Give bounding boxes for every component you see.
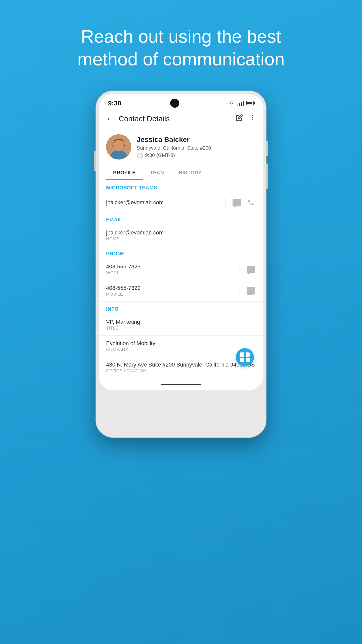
info-title-value: VP, Marketing xyxy=(106,319,256,325)
status-bar: 9:30 xyxy=(99,94,263,110)
info-header: INFO xyxy=(99,302,263,314)
phone-frame: 9:30 xyxy=(96,91,266,438)
contact-info: Jessica Baicker Sunnyvale, California, S… xyxy=(137,136,256,158)
chat-bubble-work-icon xyxy=(247,266,255,273)
tab-profile[interactable]: PROFILE xyxy=(106,165,143,180)
phone-work-row: 408-555-7329 WORK xyxy=(99,259,263,280)
phone-work-chat-button[interactable] xyxy=(246,264,256,274)
svg-point-2 xyxy=(252,119,253,120)
teams-call-button[interactable] xyxy=(246,197,256,208)
page-headline: Reach out using the best method of commu… xyxy=(77,25,285,70)
tab-history[interactable]: HISTORY xyxy=(172,165,209,180)
info-label: INFO xyxy=(106,306,119,312)
email-sublabel: HOME xyxy=(106,236,256,242)
avatar xyxy=(106,134,131,159)
info-section: INFO VP, Marketing TITLE Evolution of Mo… xyxy=(99,302,263,378)
email-row: jbaicker@evomlab.com HOME xyxy=(99,225,263,246)
info-location-value: 430 N. Mary Ave Suite #200 Sunnyvale, Ca… xyxy=(106,361,256,368)
microsoft-teams-divider xyxy=(106,193,256,193)
camera-cutout xyxy=(170,99,179,108)
phone-divider xyxy=(106,259,256,259)
chat-bubble-mobile-icon xyxy=(247,287,255,295)
side-button-left xyxy=(94,151,96,171)
phone-mobile-actions xyxy=(240,286,256,296)
phone-screen: 9:30 xyxy=(99,94,263,390)
info-company-sublabel: COMPANY xyxy=(106,347,256,352)
chat-bubble-icon xyxy=(233,199,241,206)
info-divider xyxy=(106,314,256,314)
battery-icon xyxy=(246,101,254,105)
app-header: ← Contact Details xyxy=(99,110,263,127)
headline-line2: method of communication xyxy=(77,49,285,69)
phone-call-icon xyxy=(247,199,255,206)
microsoft-teams-label: MICROSOFT TEAMS xyxy=(106,185,157,190)
status-icons xyxy=(228,100,254,106)
phone-work-value: 408-555-7329 xyxy=(106,263,240,270)
contact-details-content: MICROSOFT TEAMS jbaicker@evomlab.com xyxy=(99,180,263,378)
back-button[interactable]: ← xyxy=(106,114,114,123)
teams-row-actions xyxy=(225,197,256,208)
header-action-icons xyxy=(236,114,256,123)
teams-email-value: jbaicker@evomlab.com xyxy=(106,199,225,206)
wifi-icon xyxy=(228,100,235,106)
tab-team[interactable]: TEAM xyxy=(143,165,172,180)
more-menu-icon[interactable] xyxy=(249,114,256,123)
home-bar xyxy=(161,384,201,385)
info-company-value: Evolution of Mobility xyxy=(106,340,256,347)
email-section: EMAIL jbaicker@evomlab.com HOME xyxy=(99,212,263,246)
edit-icon[interactable] xyxy=(236,114,243,123)
signal-icon xyxy=(237,101,244,106)
teams-chat-button[interactable] xyxy=(232,197,242,208)
phone-mobile-chat-button[interactable] xyxy=(246,286,256,296)
teams-email-row: jbaicker@evomlab.com xyxy=(99,193,263,212)
phone-label: PHONE xyxy=(106,251,125,256)
side-button-volume xyxy=(266,164,268,189)
contact-name: Jessica Baicker xyxy=(137,136,256,144)
headline-line1: Reach out using the best xyxy=(81,26,281,47)
clock-icon: 🕐 xyxy=(137,152,143,158)
email-divider xyxy=(106,225,256,225)
info-location-sublabel: OFFICE LOCATION xyxy=(106,369,256,374)
phone-work-sublabel: WORK xyxy=(106,270,240,275)
svg-point-0 xyxy=(252,115,253,116)
microsoft-teams-header: MICROSOFT TEAMS xyxy=(99,180,263,193)
side-button-power xyxy=(266,141,268,156)
email-label: EMAIL xyxy=(106,217,122,222)
blackberry-logo xyxy=(240,352,250,362)
email-value: jbaicker@evomlab.com xyxy=(106,229,256,236)
svg-point-1 xyxy=(252,117,253,118)
phone-mobile-row: 408-555-7329 MOBILE xyxy=(99,280,263,302)
info-title-sublabel: TITLE xyxy=(106,326,256,331)
contact-time: 🕐 9:30 (GMT-8) xyxy=(137,152,256,158)
contact-time-value: 9:30 (GMT-8) xyxy=(145,152,175,158)
phone-mobile-value: 408-555-7329 xyxy=(106,285,240,291)
email-header: EMAIL xyxy=(99,212,263,225)
status-time: 9:30 xyxy=(108,99,121,107)
microsoft-teams-section: MICROSOFT TEAMS jbaicker@evomlab.com xyxy=(99,180,263,212)
tabs: PROFILE TEAM HISTORY xyxy=(99,165,263,180)
phone-work-actions xyxy=(240,264,256,274)
phone-section: PHONE 408-555-7329 WORK xyxy=(99,246,263,302)
fab-blackberry-button[interactable] xyxy=(236,348,254,366)
home-indicator xyxy=(99,378,263,390)
phone-mockup: 9:30 xyxy=(96,91,266,438)
contact-location: Sunnyvale, California, Suite #200 xyxy=(137,145,256,151)
contact-card: Jessica Baicker Sunnyvale, California, S… xyxy=(99,127,263,165)
phone-mobile-sublabel: MOBILE xyxy=(106,292,240,297)
info-title-row: VP, Marketing TITLE xyxy=(99,314,263,336)
phone-header: PHONE xyxy=(99,246,263,259)
header-title: Contact Details xyxy=(119,114,236,123)
